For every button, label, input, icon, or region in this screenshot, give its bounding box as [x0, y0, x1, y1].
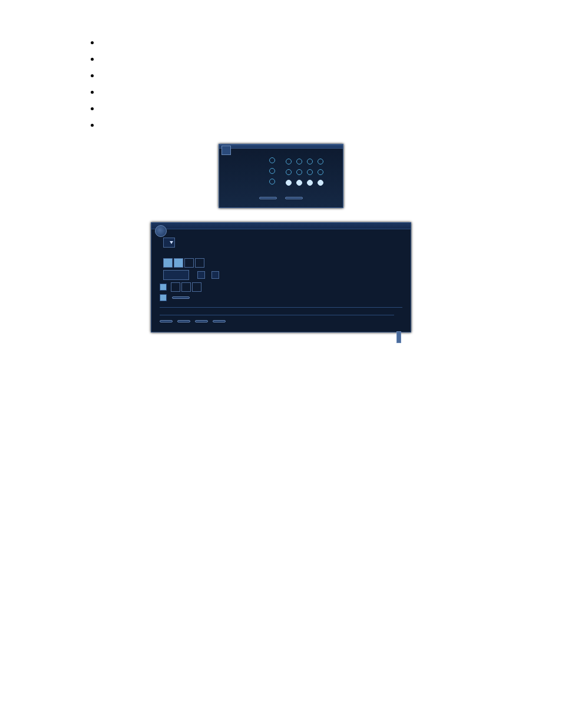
burning-dialog	[151, 222, 411, 332]
list-item	[100, 118, 521, 132]
ok-button[interactable]	[259, 197, 277, 199]
status-panel	[160, 314, 394, 317]
stop-checkbox[interactable]	[211, 271, 219, 279]
app-icon	[155, 225, 167, 237]
scrollbar-thumb[interactable]	[396, 331, 401, 343]
cancel-button[interactable]	[285, 197, 303, 199]
selected-device-dropdown[interactable]	[163, 238, 175, 248]
record-channel-3[interactable]	[184, 258, 194, 268]
buzzer-checkbox[interactable]	[197, 271, 205, 279]
alarm-out-3[interactable]	[192, 282, 201, 292]
radio-manual-3[interactable]	[307, 169, 313, 175]
record-channel-4[interactable]	[195, 258, 204, 268]
app-icon	[222, 146, 231, 155]
show-message-checkbox[interactable]	[160, 294, 167, 301]
alarm-out-2[interactable]	[181, 282, 191, 292]
free-space-input[interactable]	[163, 270, 189, 280]
alarm-out-1[interactable]	[171, 282, 180, 292]
radio-stop-4[interactable]	[318, 180, 323, 186]
list-item	[100, 52, 521, 66]
alternate-button[interactable]	[177, 320, 190, 322]
record-channel-1[interactable]	[163, 258, 173, 268]
list-item	[100, 35, 521, 50]
radio-stop-2[interactable]	[296, 180, 302, 186]
change-disk-button[interactable]	[213, 320, 226, 322]
radio-stop-3[interactable]	[307, 180, 313, 186]
bullet-list	[41, 35, 521, 132]
radio-manual-all[interactable]	[269, 168, 275, 174]
radio-schedule-2[interactable]	[296, 159, 302, 164]
dialog-title-bar	[219, 144, 343, 149]
radio-stop-all[interactable]	[269, 179, 275, 185]
radio-manual-2[interactable]	[296, 169, 302, 175]
list-item	[100, 85, 521, 99]
save-button[interactable]	[172, 297, 190, 299]
record-channel-2[interactable]	[174, 258, 183, 268]
radio-schedule-all[interactable]	[269, 157, 275, 163]
radio-schedule-1[interactable]	[286, 159, 292, 164]
manual-record-dialog	[219, 144, 343, 208]
radio-stop-1[interactable]	[286, 180, 292, 186]
radio-manual-4[interactable]	[318, 169, 323, 175]
radio-schedule-4[interactable]	[318, 159, 323, 164]
list-item	[100, 101, 521, 116]
scrollbar[interactable]	[395, 314, 401, 317]
radio-manual-1[interactable]	[286, 169, 292, 175]
alarm-out-checkbox[interactable]	[160, 284, 167, 291]
dialog-title-bar	[151, 223, 411, 229]
stop-button[interactable]	[160, 320, 173, 322]
radio-schedule-3[interactable]	[307, 159, 313, 164]
list-item	[100, 68, 521, 83]
separator	[160, 307, 402, 308]
cycling-burning-button[interactable]	[195, 320, 208, 322]
